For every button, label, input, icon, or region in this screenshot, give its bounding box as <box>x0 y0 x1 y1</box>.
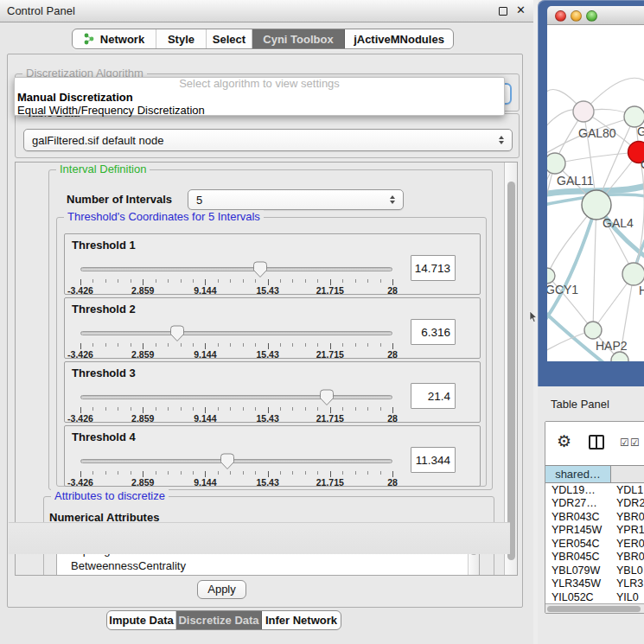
top-tab-bar: Network Style Select Cyni Toolbox jActiv… <box>72 29 454 49</box>
table-row[interactable]: YDL19…YDL1 <box>545 483 644 497</box>
tab-infer-network[interactable]: Infer Network <box>262 611 341 629</box>
list-item[interactable]: BetweennessCentrality <box>57 558 479 574</box>
tab-style[interactable]: Style <box>156 29 207 48</box>
table-data-group: Table Data galFiltered.sif default node <box>15 113 520 158</box>
tab-discretize-data-label: Discretize Data <box>178 614 258 627</box>
checkbox-icon[interactable]: ☑ <box>630 437 640 449</box>
slider-track[interactable] <box>80 459 392 463</box>
threshold-1-label: Threshold 1 <box>72 239 136 252</box>
threshold-2-value-input[interactable] <box>411 319 456 345</box>
tab-cyni-toolbox-label: Cyni Toolbox <box>263 33 333 46</box>
threshold-3-value-input[interactable] <box>411 383 456 409</box>
table-data-combobox[interactable]: galFiltered.sif default node <box>23 129 513 151</box>
slider-thumb[interactable] <box>252 261 268 278</box>
minimize-traffic-light-icon[interactable] <box>571 10 582 22</box>
number-of-intervals-value: 5 <box>196 194 202 207</box>
table-panel-title: Table Panel <box>551 398 609 411</box>
node-hap2[interactable] <box>584 322 602 339</box>
network-canvas[interactable]: GAL80 GA C GAL11 GAL4 GCY1 H HAP2 <box>547 25 644 361</box>
threshold-4-label: Threshold 4 <box>72 430 136 443</box>
table-row[interactable]: YLR345WYLR3 <box>545 577 644 591</box>
slider-tick-labels: -3.426 2.859 9.144 15.43 21.715 28 <box>80 477 392 487</box>
tab-discretize-data[interactable]: Discretize Data <box>176 611 262 629</box>
tab-cyni-toolbox[interactable]: Cyni Toolbox <box>252 29 345 48</box>
algorithm-dropdown-popup: Select algorithm to view settings Manual… <box>14 77 505 116</box>
gear-icon[interactable]: ⚙ <box>557 433 571 450</box>
threshold-4-panel: Threshold 4 -3.426 2.859 9.144 <box>64 425 481 487</box>
attributes-group-title: Attributes to discretize <box>51 489 169 502</box>
node-label-partial-ga: GA <box>637 124 644 138</box>
network-view-window[interactable]: GAL80 GA C GAL11 GAL4 GCY1 H HAP2 <box>538 0 644 386</box>
threshold-3-slider[interactable]: -3.426 2.859 9.144 15.43 21.715 28 <box>80 388 392 421</box>
number-of-intervals-label: Number of Intervals <box>67 193 172 206</box>
slider-ticks <box>80 279 393 285</box>
slider-track[interactable] <box>80 267 392 271</box>
popup-option-equal-width[interactable]: Equal Width/Frequency Discretization <box>15 104 504 117</box>
threshold-4-value-input[interactable] <box>411 447 456 473</box>
slider-track[interactable] <box>80 331 392 335</box>
table-row[interactable]: YBR043CYBR0 <box>545 510 644 524</box>
tab-jactivemnodules-label: jActiveMNodules <box>354 33 444 46</box>
slider-thumb[interactable] <box>220 453 235 470</box>
horizontal-scrollbar-thumb[interactable] <box>547 606 641 612</box>
cyni-toolbox-panel: Discretization Algorithm Select algorith… <box>7 54 523 608</box>
slider-tick-labels: -3.426 2.859 9.144 15.43 21.715 28 <box>80 285 392 295</box>
close-traffic-light-icon[interactable] <box>555 10 566 22</box>
table-header-row: shared… n <box>545 465 644 483</box>
popup-option-manual-discretization[interactable]: Manual Discretization <box>15 91 504 104</box>
slider-track[interactable] <box>80 395 392 399</box>
table-row[interactable]: YBL079WYBL0 <box>545 564 644 577</box>
tab-jactivemnodules[interactable]: jActiveMNodules <box>345 29 453 48</box>
node-right-mid[interactable] <box>622 263 644 285</box>
checkbox-icon[interactable]: ☑ <box>620 437 629 449</box>
apply-button[interactable]: Apply <box>197 580 246 599</box>
node-gal11[interactable] <box>547 153 565 174</box>
node-gal4[interactable] <box>582 190 611 220</box>
tab-select[interactable]: Select <box>207 29 252 48</box>
node-label-hap2: HAP2 <box>596 339 628 353</box>
control-panel: Control Panel ✕ Network Style Select Cyn… <box>0 0 533 644</box>
table-toolbar: ⚙ ☑ ☑ <box>545 422 644 465</box>
column-header-shared[interactable]: shared… <box>545 466 611 482</box>
network-window-titlebar[interactable] <box>547 6 644 25</box>
node-label-gal11: GAL11 <box>557 174 594 188</box>
columns-icon[interactable] <box>589 435 604 450</box>
close-icon[interactable]: ✕ <box>516 3 526 16</box>
slider-thumb[interactable] <box>169 325 185 342</box>
float-window-icon[interactable] <box>499 7 507 16</box>
tab-impute-data[interactable]: Impute Data <box>107 611 176 629</box>
horizontal-scrollbar[interactable] <box>545 603 644 614</box>
table-row[interactable]: YPR145WYPR1 <box>545 524 644 538</box>
threshold-2-slider[interactable]: -3.426 2.859 9.144 15.43 21.715 28 <box>80 324 392 357</box>
zoom-traffic-light-icon[interactable] <box>586 10 597 22</box>
table-row[interactable]: YDR27…YDR2 <box>545 497 644 511</box>
table-row[interactable]: YER054CYER0 <box>545 537 644 551</box>
combo-arrows-icon <box>499 136 505 144</box>
tab-network[interactable]: Network <box>73 29 156 48</box>
node-gal80[interactable] <box>573 101 594 122</box>
threshold-2-panel: Threshold 2 -3.426 2.859 9.144 <box>64 297 481 359</box>
network-icon <box>84 33 95 45</box>
slider-ticks <box>80 471 393 477</box>
node-gcy1[interactable] <box>547 268 555 284</box>
threshold-4-slider[interactable]: -3.426 2.859 9.144 15.43 21.715 28 <box>80 452 392 485</box>
settings-scrollbar[interactable] <box>504 163 517 575</box>
number-of-intervals-combobox[interactable]: 5 <box>188 189 404 210</box>
edge <box>547 205 596 324</box>
combo-arrows-icon <box>390 195 396 204</box>
mouse-cursor <box>529 311 538 323</box>
control-panel-titlebar: Control Panel ✕ <box>0 0 533 22</box>
table-panel: ⚙ ☑ ☑ shared… n YDL19…YDL1 YDR27…YDR2 YB… <box>545 421 644 614</box>
table-row[interactable]: YBR045CYBR0 <box>545 551 644 564</box>
edge <box>593 205 596 330</box>
threshold-3-label: Threshold 3 <box>72 367 136 379</box>
settings-scrollbar-thumb[interactable] <box>507 182 515 560</box>
popup-placeholder-option[interactable]: Select algorithm to view settings <box>15 78 504 91</box>
column-header-name[interactable]: n <box>611 466 644 482</box>
slider-ticks <box>80 407 393 413</box>
table-row[interactable]: YIL052CYIL0 <box>545 590 644 603</box>
threshold-1-value-input[interactable] <box>411 255 456 281</box>
node-label-gal4: GAL4 <box>603 216 634 230</box>
threshold-1-slider[interactable]: -3.426 2.859 9.144 15.43 21.715 28 <box>80 260 392 293</box>
slider-thumb[interactable] <box>319 389 335 406</box>
